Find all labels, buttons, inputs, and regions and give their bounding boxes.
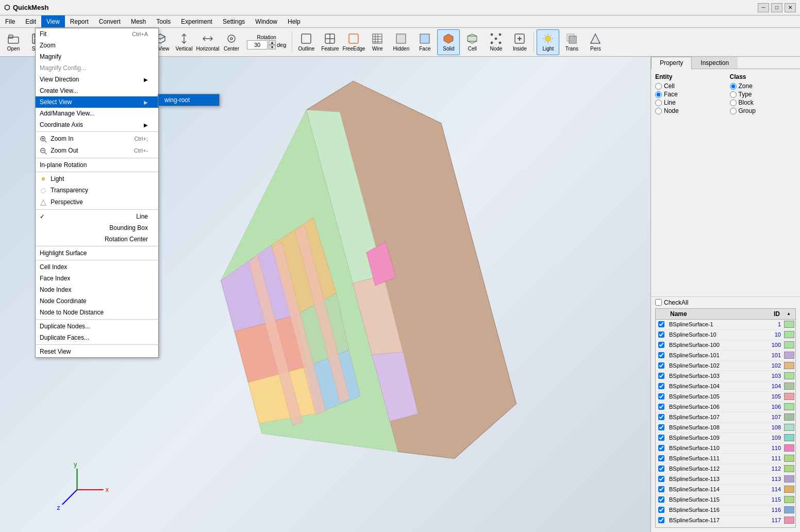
entity-node[interactable]: Node — [655, 107, 722, 114]
cell-button[interactable]: Cell — [461, 29, 484, 55]
menu-convert[interactable]: Convert — [94, 15, 126, 27]
row-checkbox[interactable] — [656, 331, 667, 338]
menu-help[interactable]: Help — [282, 15, 306, 27]
pers-toolbar-button[interactable]: Pers — [584, 29, 607, 55]
menu-perspective[interactable]: Perspective — [36, 196, 158, 208]
list-item[interactable]: BSplineSurface-117 117 — [656, 516, 795, 526]
menu-transparency[interactable]: Transparency — [36, 185, 158, 196]
menu-tools[interactable]: Tools — [151, 15, 176, 27]
rotation-up-arrow[interactable]: ▲ — [269, 40, 276, 45]
hidden-button[interactable]: Hidden — [390, 29, 412, 55]
inside-button[interactable]: Inside — [508, 29, 531, 55]
row-checkbox[interactable] — [656, 404, 667, 410]
list-item[interactable]: BSplineSurface-112 112 — [656, 464, 795, 474]
entity-face[interactable]: Face — [655, 91, 722, 98]
row-checkbox[interactable] — [656, 383, 667, 389]
tab-inspection[interactable]: Inspection — [692, 57, 738, 69]
light-toolbar-button[interactable]: Light — [537, 29, 559, 55]
close-button[interactable]: ✕ — [785, 3, 796, 12]
menu-inplane-rotation[interactable]: In-plane Rotation — [36, 159, 158, 171]
list-item[interactable]: BSplineSurface-118 118 — [656, 526, 795, 526]
list-item[interactable]: BSplineSurface-107 107 — [656, 412, 795, 423]
list-item[interactable]: BSplineSurface-104 104 — [656, 381, 795, 392]
row-checkbox[interactable] — [656, 486, 667, 492]
submenu-wing-root[interactable]: wing-root — [158, 94, 219, 106]
menu-magnify-config[interactable]: Magnify Config... — [36, 62, 158, 74]
list-item[interactable]: BSplineSurface-110 110 — [656, 443, 795, 454]
rotation-input[interactable] — [247, 40, 268, 49]
menu-cell-index[interactable]: Cell Index — [36, 261, 158, 273]
row-checkbox[interactable] — [656, 321, 667, 327]
menu-zoom-in[interactable]: Zoom In Ctrl+; — [36, 133, 158, 145]
menu-reset-view[interactable]: Reset View — [36, 346, 158, 357]
menu-coordinate-axis[interactable]: Coordinate Axis▶ — [36, 119, 158, 130]
trans-toolbar-button[interactable]: Trans — [560, 29, 583, 55]
row-checkbox[interactable] — [656, 517, 667, 523]
row-checkbox[interactable] — [656, 507, 667, 513]
menu-edit[interactable]: Edit — [20, 15, 41, 27]
list-item[interactable]: BSplineSurface-10 10 — [656, 330, 795, 340]
surface-list-body[interactable]: BSplineSurface-1 1 BSplineSurface-10 10 … — [656, 320, 795, 526]
outline-button[interactable]: Outline — [295, 29, 318, 55]
check-all-checkbox[interactable] — [655, 299, 662, 306]
class-zone[interactable]: Zone — [730, 82, 796, 90]
center-button[interactable]: Center — [220, 29, 243, 55]
row-checkbox[interactable] — [656, 393, 667, 400]
node-button[interactable]: Node — [485, 29, 507, 55]
row-checkbox[interactable] — [656, 445, 667, 451]
list-item[interactable]: BSplineSurface-113 113 — [656, 474, 795, 485]
menu-create-view[interactable]: Create View... — [36, 85, 158, 96]
list-item[interactable]: BSplineSurface-109 109 — [656, 433, 795, 443]
entity-cell[interactable]: Cell — [655, 82, 722, 90]
row-checkbox[interactable] — [656, 435, 667, 441]
row-checkbox[interactable] — [656, 424, 667, 430]
solid-button[interactable]: Solid — [437, 29, 460, 55]
menu-magnify[interactable]: Magnify — [36, 51, 158, 62]
face-button[interactable]: Face — [413, 29, 436, 55]
horizontal-button[interactable]: Horizontal — [196, 29, 219, 55]
freeedge-button[interactable]: FreeEdge — [342, 29, 365, 55]
menu-window[interactable]: Window — [250, 15, 282, 27]
class-group[interactable]: Group — [730, 107, 796, 114]
maximize-button[interactable]: □ — [771, 3, 782, 12]
menu-node-coordinate[interactable]: Node Coordinate — [36, 295, 158, 307]
entity-line[interactable]: Line — [655, 99, 722, 106]
menu-file[interactable]: File — [0, 15, 20, 27]
class-block[interactable]: Block — [730, 99, 796, 106]
class-type[interactable]: Type — [730, 91, 796, 98]
row-checkbox[interactable] — [656, 373, 667, 379]
list-item[interactable]: BSplineSurface-115 115 — [656, 495, 795, 505]
feature-button[interactable]: Feature — [319, 29, 341, 55]
menu-rotation-center[interactable]: Rotation Center — [36, 234, 158, 245]
open-button[interactable]: Open — [2, 29, 25, 55]
menu-experiment[interactable]: Experiment — [176, 15, 218, 27]
list-item[interactable]: BSplineSurface-1 1 — [656, 320, 795, 330]
row-checkbox[interactable] — [656, 362, 667, 369]
menu-line[interactable]: Line — [36, 211, 158, 222]
menu-zoom[interactable]: Zoom — [36, 40, 158, 51]
list-item[interactable]: BSplineSurface-101 101 — [656, 351, 795, 361]
menu-fit[interactable]: FitCtrl+A — [36, 28, 158, 40]
list-item[interactable]: BSplineSurface-108 108 — [656, 423, 795, 433]
menu-select-view[interactable]: Select View▶ — [36, 96, 158, 108]
menu-report[interactable]: Report — [65, 15, 94, 27]
menu-zoom-out[interactable]: Zoom Out Ctrl+- — [36, 145, 158, 157]
list-item[interactable]: BSplineSurface-106 106 — [656, 402, 795, 412]
row-checkbox[interactable] — [656, 496, 667, 503]
menu-highlight-surface[interactable]: Highlight Surface — [36, 247, 158, 259]
menu-duplicate-nodes[interactable]: Duplicate Nodes... — [36, 321, 158, 332]
row-checkbox[interactable] — [656, 342, 667, 348]
menu-view-direction[interactable]: View Direction▶ — [36, 74, 158, 85]
rotation-down-arrow[interactable]: ▼ — [269, 45, 276, 49]
menu-settings[interactable]: Settings — [218, 15, 250, 27]
list-item[interactable]: BSplineSurface-114 114 — [656, 485, 795, 495]
menu-node-index[interactable]: Node Index — [36, 284, 158, 295]
menu-node-distance[interactable]: Node to Node Distance — [36, 307, 158, 318]
menu-mesh[interactable]: Mesh — [126, 15, 151, 27]
row-checkbox[interactable] — [656, 414, 667, 420]
minimize-button[interactable]: ─ — [758, 3, 769, 12]
row-checkbox[interactable] — [656, 466, 667, 472]
menu-bounding-box[interactable]: Bounding Box — [36, 222, 158, 234]
menu-face-index[interactable]: Face Index — [36, 273, 158, 284]
vertical-button[interactable]: Vertical — [173, 29, 195, 55]
